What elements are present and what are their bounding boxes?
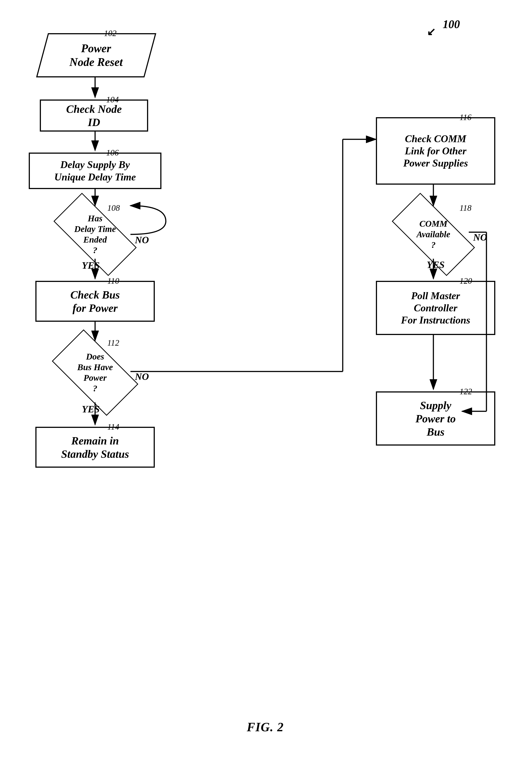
- node-116-box: Check COMMLink for OtherPower Supplies: [376, 117, 495, 185]
- node-118-container: COMMAvailable?: [378, 206, 489, 263]
- node-112-container: DoesBus HavePower?: [40, 341, 150, 404]
- yes-delay-label: YES: [82, 260, 100, 271]
- ref-100-label: 100: [443, 18, 460, 31]
- node-110-label: Check Busfor Power: [70, 288, 120, 315]
- node-102-label: PowerNode Reset: [70, 42, 123, 69]
- ref-100-arrow: ↙: [427, 25, 436, 38]
- node-108-label: HasDelay TimeEnded?: [40, 206, 150, 263]
- node-114-label: Remain inStandby Status: [61, 434, 129, 460]
- node-106-label: Delay Supply ByUnique Delay Time: [54, 159, 136, 183]
- node-120-box: Poll MasterControllerFor Instructions: [376, 281, 495, 335]
- diagram-container: 100 ↙ 102 PowerNode Reset 104 Check Node…: [22, 13, 508, 743]
- node-118-label: COMMAvailable?: [378, 206, 489, 263]
- node-104-label: Check NodeID: [66, 102, 121, 129]
- no-bus-label: NO: [135, 371, 149, 382]
- figure-caption: FIG. 2: [247, 720, 284, 734]
- no-comm-label: NO: [473, 232, 487, 243]
- node-108-container: HasDelay TimeEnded?: [40, 206, 150, 263]
- node-122-box: SupplyPower toBus: [376, 391, 495, 446]
- node-122-label: SupplyPower toBus: [415, 399, 456, 439]
- node-116-label: Check COMMLink for OtherPower Supplies: [403, 133, 468, 169]
- node-110-box: Check Busfor Power: [35, 281, 155, 322]
- node-106-box: Delay Supply ByUnique Delay Time: [29, 153, 162, 189]
- node-120-label: Poll MasterControllerFor Instructions: [401, 290, 470, 326]
- node-112-label: DoesBus HavePower?: [40, 341, 150, 404]
- yes-comm-label: YES: [427, 259, 445, 270]
- node-104-box: Check NodeID: [40, 100, 148, 131]
- no-delay-label: NO: [135, 234, 149, 246]
- node-114-box: Remain inStandby Status: [35, 427, 155, 468]
- node-102-box: PowerNode Reset: [36, 33, 156, 77]
- yes-bus-label: YES: [82, 404, 100, 415]
